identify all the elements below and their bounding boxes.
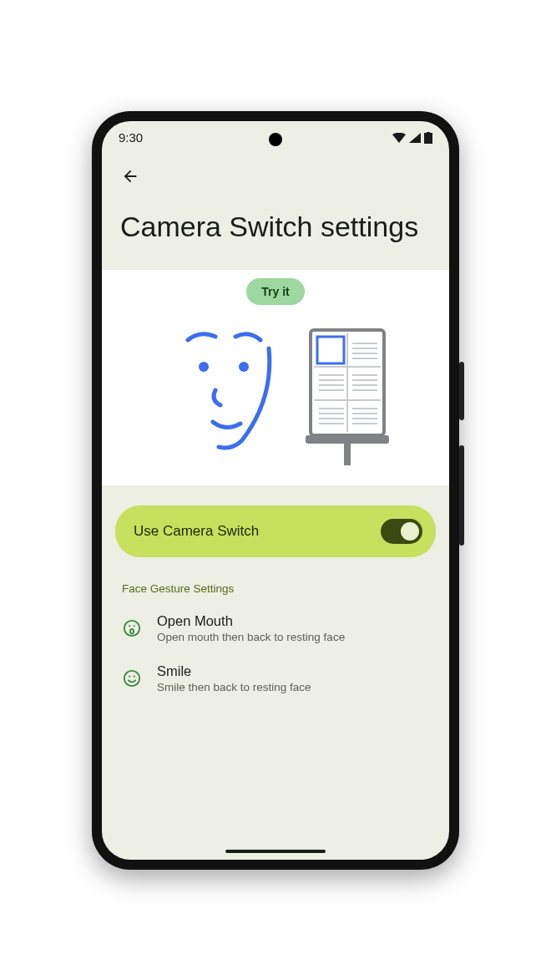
back-button[interactable] xyxy=(114,160,147,193)
use-camera-switch-label: Use Camera Switch xyxy=(134,523,259,540)
use-camera-switch-row[interactable]: Use Camera Switch xyxy=(115,505,436,557)
svg-point-32 xyxy=(129,625,130,627)
svg-rect-30 xyxy=(344,444,351,465)
gesture-subtitle: Open mouth then back to resting face xyxy=(157,631,345,643)
wifi-icon xyxy=(392,133,406,143)
gesture-text: Smile Smile then back to resting face xyxy=(157,663,311,693)
status-icons xyxy=(392,132,432,144)
gesture-title: Smile xyxy=(157,663,311,679)
svg-point-33 xyxy=(134,625,135,627)
svg-rect-0 xyxy=(424,133,432,144)
signal-icon xyxy=(409,133,421,143)
try-it-button[interactable]: Try it xyxy=(246,278,304,305)
face-gesture-section-label: Face Gesture Settings xyxy=(102,576,449,603)
home-indicator-icon xyxy=(225,850,326,853)
side-key-icon xyxy=(459,445,464,546)
svg-point-35 xyxy=(124,671,139,686)
hero-illustration-icon xyxy=(142,315,409,465)
svg-point-3 xyxy=(239,362,249,372)
gesture-text: Open Mouth Open mouth then back to resti… xyxy=(157,613,345,643)
top-bar xyxy=(102,155,449,193)
svg-point-2 xyxy=(199,362,209,372)
gesture-smile[interactable]: Smile Smile then back to resting face xyxy=(102,653,449,703)
svg-point-37 xyxy=(134,676,135,678)
gesture-open-mouth[interactable]: Open Mouth Open mouth then back to resti… xyxy=(102,603,449,653)
hero-panel: Try it xyxy=(102,270,449,485)
svg-rect-1 xyxy=(427,132,430,134)
status-time: 9:30 xyxy=(119,130,143,145)
smile-icon xyxy=(122,668,142,688)
svg-point-34 xyxy=(130,629,134,634)
switch-thumb-icon xyxy=(401,522,419,541)
battery-icon xyxy=(424,132,432,144)
page-title: Camera Switch settings xyxy=(102,193,449,271)
stage: 9:30 Camera Switch settings Try it xyxy=(0,0,551,980)
gesture-subtitle: Smile then back to resting face xyxy=(157,681,311,693)
arrow-left-icon xyxy=(121,167,139,185)
camera-hole-icon xyxy=(269,133,282,146)
svg-rect-29 xyxy=(306,435,389,444)
screen: 9:30 Camera Switch settings Try it xyxy=(102,121,449,860)
phone-frame: 9:30 Camera Switch settings Try it xyxy=(92,111,459,870)
open-mouth-icon xyxy=(122,618,142,638)
svg-point-36 xyxy=(129,676,130,678)
use-camera-switch-toggle[interactable] xyxy=(381,519,422,544)
try-it-label: Try it xyxy=(261,285,289,298)
side-key-icon xyxy=(459,362,464,420)
gesture-title: Open Mouth xyxy=(157,613,345,629)
